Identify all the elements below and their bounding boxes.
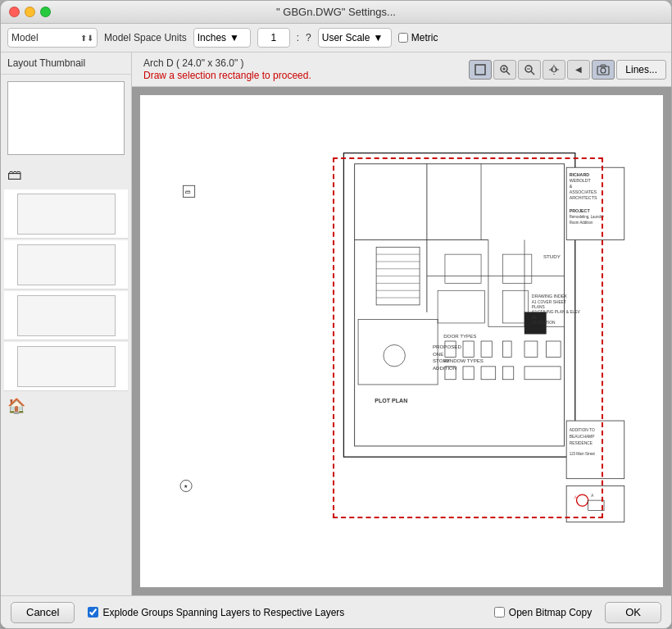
svg-text:ARCHITECTS: ARCHITECTS: [570, 195, 597, 200]
layout-item-content-4: [17, 346, 116, 387]
zoom-out-button[interactable]: [518, 60, 541, 80]
layout-item-content-3: [17, 295, 116, 336]
left-panel: Layout Thumbnail 🗃: [1, 52, 132, 595]
svg-rect-0: [475, 65, 485, 75]
info-area: Arch D ( 24.0" x 36.0" ) Draw a selectio…: [137, 56, 467, 83]
settings-toolbar: Model ⬆⬇ Model Space Units Inches ▼ 1 : …: [1, 24, 671, 52]
instruction-label: Draw a selection rectangle to proceed.: [143, 70, 461, 81]
view-toolbar: Arch D ( 24.0" x 36.0" ) Draw a selectio…: [132, 52, 671, 87]
explode-checkbox-wrap[interactable]: Explode Groups Spanning Layers to Respec…: [88, 607, 480, 618]
layout-list-item-1[interactable]: [4, 189, 128, 239]
chevron-button[interactable]: ◀: [567, 60, 590, 80]
svg-text:PROPOSED: PROPOSED: [433, 344, 461, 349]
layout-item-content-2: [17, 244, 116, 285]
cancel-button[interactable]: Cancel: [11, 602, 75, 623]
ok-button[interactable]: OK: [605, 602, 661, 623]
close-button[interactable]: [9, 7, 20, 17]
svg-text:PLOT PLAN: PLOT PLAN: [375, 398, 407, 403]
svg-text:ADDITION: ADDITION: [433, 365, 456, 371]
svg-text:DOOR TYPES: DOOR TYPES: [443, 333, 476, 339]
scale-input[interactable]: 1: [257, 28, 290, 48]
svg-text:🗃: 🗃: [185, 189, 191, 194]
dwg-icon-1: 🗃: [7, 166, 22, 184]
rect-select-button[interactable]: [469, 60, 492, 80]
units-value: Inches: [198, 32, 226, 43]
canvas-area[interactable]: PROPOSED ONE STORY ADDITION PLOT PLAN DO…: [132, 87, 671, 595]
model-select-arrow-icon: ⬆⬇: [80, 34, 93, 43]
layout-icon-item-2[interactable]: 🏠: [1, 393, 131, 419]
metric-checkbox[interactable]: [398, 33, 408, 43]
drawing-svg: PROPOSED ONE STORY ADDITION PLOT PLAN DO…: [140, 95, 663, 587]
open-bitmap-checkbox-wrap[interactable]: Open Bitmap Copy: [494, 607, 592, 618]
svg-text:A5 SECTION: A5 SECTION: [532, 321, 556, 325]
zoom-in-icon: [499, 64, 511, 75]
layout-list-item-2[interactable]: [4, 240, 128, 289]
right-panel: Arch D ( 24.0" x 36.0" ) Draw a selectio…: [132, 52, 671, 595]
layout-icon-item-1[interactable]: 🗃: [1, 162, 131, 188]
user-scale-select[interactable]: User Scale ▼: [318, 28, 392, 48]
svg-line-2: [506, 71, 510, 75]
camera-icon: [597, 64, 610, 75]
user-scale-label: User Scale: [322, 32, 370, 43]
svg-text:&: &: [570, 184, 573, 189]
svg-text:WEBOLDT: WEBOLDT: [570, 178, 592, 183]
chevron-icon: ◀: [575, 65, 582, 74]
layout-thumbnail-header: Layout Thumbnail: [1, 52, 131, 75]
main-window: " GBGn.DWG" Settings... Model ⬆⬇ Model S…: [0, 0, 672, 629]
svg-text:ADDITION TO: ADDITION TO: [570, 428, 595, 432]
main-area: Layout Thumbnail 🗃: [1, 52, 671, 595]
svg-text:STUDY: STUDY: [543, 253, 561, 259]
svg-text:Remodeling, Laundry: Remodeling, Laundry: [570, 215, 605, 219]
svg-text:A: A: [591, 494, 593, 498]
svg-rect-77: [566, 485, 624, 522]
layout-list-item-4[interactable]: [4, 342, 128, 391]
user-scale-arrow-icon: ▼: [373, 32, 383, 43]
maximize-button[interactable]: [40, 7, 51, 17]
svg-text:A3 CEILING PLAN & ELEV: A3 CEILING PLAN & ELEV: [532, 310, 581, 314]
svg-point-9: [601, 68, 606, 73]
scale-question: ?: [306, 32, 311, 43]
explode-checkbox[interactable]: [88, 607, 98, 618]
pan-button[interactable]: [543, 60, 565, 80]
camera-button[interactable]: [592, 60, 615, 80]
title-bar: " GBGn.DWG" Settings...: [1, 1, 671, 24]
dwg-icon-2: 🏠: [7, 397, 25, 415]
svg-text:BEAUCHAMP: BEAUCHAMP: [570, 435, 595, 439]
paper-sheet: PROPOSED ONE STORY ADDITION PLOT PLAN DO…: [140, 95, 663, 587]
units-label: Model Space Units: [104, 32, 187, 43]
zoom-out-icon: [524, 64, 535, 75]
svg-line-6: [531, 71, 534, 75]
layout-item-content-1: [17, 194, 116, 235]
metric-checkbox-wrap[interactable]: Metric: [398, 32, 438, 43]
svg-text:★: ★: [184, 483, 188, 489]
svg-text:ASSOCIATES: ASSOCIATES: [570, 189, 597, 194]
model-select[interactable]: Model ⬆⬇: [7, 28, 98, 48]
svg-text:A1 COVER SHEET: A1 COVER SHEET: [532, 300, 566, 304]
lines-button[interactable]: Lines...: [616, 60, 666, 80]
svg-text:PLANS: PLANS: [532, 305, 546, 309]
units-select[interactable]: Inches ▼: [193, 28, 251, 48]
model-select-label: Model: [11, 32, 77, 43]
scale-separator: :: [297, 32, 299, 43]
svg-text:WINDOW TYPES: WINDOW TYPES: [443, 358, 484, 363]
layout-list-item-3[interactable]: [4, 291, 128, 340]
svg-text:DRAWING INDEX: DRAWING INDEX: [532, 294, 567, 299]
layout-thumbnail-preview: [7, 81, 125, 155]
units-arrow-icon: ▼: [229, 32, 239, 43]
svg-text:Room Addition: Room Addition: [570, 221, 593, 225]
svg-text:123 Main Street: 123 Main Street: [570, 452, 596, 456]
svg-text:PROJECT: PROJECT: [570, 208, 591, 213]
window-title: " GBGn.DWG" Settings...: [276, 6, 396, 18]
rect-select-icon: [474, 64, 486, 75]
open-bitmap-checkbox[interactable]: [494, 607, 505, 618]
svg-text:RESIDENCE: RESIDENCE: [570, 441, 593, 445]
svg-text:A4 ...: A4 ...: [532, 316, 541, 320]
metric-label: Metric: [411, 32, 438, 43]
pan-icon: [548, 64, 560, 75]
window-controls: [9, 7, 51, 17]
svg-text:RICHARD: RICHARD: [570, 172, 590, 177]
bottom-bar: Cancel Explode Groups Spanning Layers to…: [1, 595, 671, 628]
layout-list: 🗃 🏠: [1, 162, 131, 595]
zoom-in-button[interactable]: [493, 60, 516, 80]
minimize-button[interactable]: [25, 7, 35, 17]
